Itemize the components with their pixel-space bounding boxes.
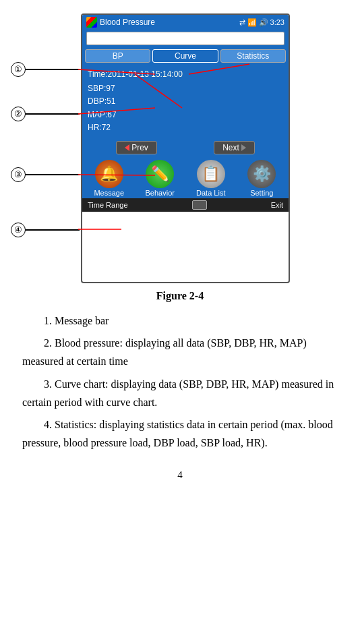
win-logo xyxy=(86,17,97,28)
volume-icon: 🔊 xyxy=(259,18,268,27)
prev-next-bar: Prev Next xyxy=(82,138,289,157)
prev-button[interactable]: Prev xyxy=(116,141,157,154)
tab-bp[interactable]: BP xyxy=(85,49,150,63)
hr-row: HR:72 xyxy=(88,121,283,134)
phone-screenshot: Blood Pressure ⇄ 📶 🔊 3:23 BP Curve Stati… xyxy=(81,13,290,283)
keyboard-icon[interactable] xyxy=(192,200,207,210)
datalist-icon: 📋 xyxy=(197,160,225,188)
footer-bar: Time Range Exit xyxy=(82,198,289,212)
annotation-1: ① xyxy=(11,62,80,77)
ann-line-3 xyxy=(26,174,80,175)
footer-exit[interactable]: Exit xyxy=(271,201,283,209)
datalist-label: Data List xyxy=(196,189,225,197)
behavior-button[interactable]: ✏️ Behavior xyxy=(140,160,180,197)
annotations-col: ① ② ③ ④ xyxy=(11,7,78,276)
time-row: Time:2011-01-13 15:14:00 xyxy=(88,68,283,81)
annotation-4: ④ xyxy=(11,223,80,237)
body-text-section: 1. Message bar 2. Blood pressure: displa… xyxy=(11,312,349,456)
search-bar xyxy=(82,30,289,47)
setting-label: Setting xyxy=(250,189,273,197)
figure-caption: Figure 2-4 xyxy=(0,290,360,302)
setting-button[interactable]: ⚙️ Setting xyxy=(241,160,282,197)
setting-icon: ⚙️ xyxy=(247,160,276,188)
ann-circle-2: ② xyxy=(11,107,26,121)
signal-icon: 📶 xyxy=(247,18,257,27)
body-paragraph-4: 4. Statistics: displaying statistics dat… xyxy=(22,415,338,452)
next-label: Next xyxy=(222,143,239,152)
message-button[interactable]: 🔔 Message xyxy=(89,160,129,197)
ann-line-1 xyxy=(26,69,80,70)
tab-statistics[interactable]: Statistics xyxy=(220,49,286,63)
annotation-2: ② xyxy=(11,107,80,121)
tab-curve[interactable]: Curve xyxy=(152,49,218,63)
icon-bar: 🔔 Message ✏️ Behavior 📋 Data List ⚙️ Set… xyxy=(82,157,289,198)
ann-circle-4: ④ xyxy=(11,223,26,237)
body-paragraph-2: 2. Blood pressure: displaying all data (… xyxy=(22,334,338,370)
dbp-row: DBP:51 xyxy=(88,95,283,108)
sbp-row: SBP:97 xyxy=(88,82,283,95)
search-input[interactable] xyxy=(86,32,284,45)
page-container: ① ② ③ ④ Blood Pressure xyxy=(0,0,360,488)
prev-arrow-icon xyxy=(125,144,129,151)
body-paragraph-1: 1. Message bar xyxy=(22,312,338,330)
annotation-3: ③ xyxy=(11,167,80,182)
message-label: Message xyxy=(94,189,124,197)
transfer-icon: ⇄ xyxy=(239,18,245,27)
prev-label: Prev xyxy=(131,143,148,152)
ann-line-4 xyxy=(26,229,80,231)
behavior-label: Behavior xyxy=(146,189,175,197)
ann-line-2 xyxy=(26,113,80,115)
title-area: Blood Pressure xyxy=(86,17,155,28)
ann-circle-3: ③ xyxy=(11,167,26,182)
app-title: Blood Pressure xyxy=(100,18,155,27)
next-button[interactable]: Next xyxy=(214,141,255,154)
status-time: 3:23 xyxy=(270,18,284,26)
message-icon: 🔔 xyxy=(95,160,123,188)
tab-bar: BP Curve Statistics xyxy=(82,47,289,65)
data-area: Time:2011-01-13 15:14:00 SBP:97 DBP:51 M… xyxy=(82,65,289,138)
status-bar: Blood Pressure ⇄ 📶 🔊 3:23 xyxy=(82,15,289,30)
footer-time-range[interactable]: Time Range xyxy=(88,201,128,209)
next-arrow-icon xyxy=(241,144,246,151)
ann-circle-1: ① xyxy=(11,62,26,77)
map-row: MAP:67 xyxy=(88,109,283,121)
status-icons: ⇄ 📶 🔊 3:23 xyxy=(239,18,284,27)
behavior-icon: ✏️ xyxy=(146,160,174,188)
figure-area: ① ② ③ ④ Blood Pressure xyxy=(0,7,360,283)
body-paragraph-3: 3. Curve chart: displaying data (SBP, DB… xyxy=(22,375,338,411)
page-number: 4 xyxy=(177,469,183,481)
datalist-button[interactable]: 📋 Data List xyxy=(191,160,231,197)
